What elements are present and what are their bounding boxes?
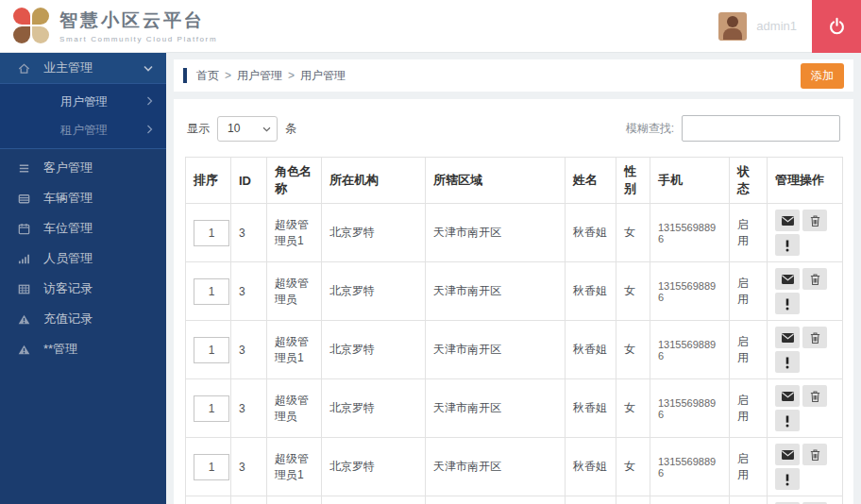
sidebar-item-label: 业主管理 bbox=[43, 59, 144, 76]
cell-role: 超级管理员1 bbox=[267, 204, 322, 262]
delete-button[interactable] bbox=[802, 444, 827, 465]
table-row: 3超级管理员北京罗特天津市南开区秋香姐女13155698896启用 bbox=[186, 262, 843, 321]
column-header: 所在机构 bbox=[322, 158, 426, 204]
calendar-icon bbox=[17, 221, 32, 236]
mail-icon bbox=[781, 274, 795, 285]
cell-region: 天津市南开区 bbox=[426, 438, 566, 496]
cell-name: 秋香姐 bbox=[566, 204, 616, 262]
delete-button[interactable] bbox=[802, 210, 827, 231]
cell-role: 超级管理员 bbox=[267, 496, 322, 504]
delete-button[interactable] bbox=[802, 385, 827, 407]
trash-icon bbox=[809, 390, 821, 403]
cell-phone: 13155698896 bbox=[650, 379, 730, 438]
sidebar-item[interactable]: 车位管理 bbox=[0, 213, 166, 244]
cell-order bbox=[186, 204, 231, 262]
power-icon bbox=[828, 17, 846, 35]
table-body: 3超级管理员1北京罗特天津市南开区秋香姐女13155698896启用3超级管理员… bbox=[186, 204, 843, 504]
cell-status: 启用 bbox=[730, 379, 768, 438]
alert-button[interactable] bbox=[775, 234, 800, 256]
sidebar-subitem[interactable]: 租户管理 bbox=[0, 116, 166, 144]
cell-phone: 13155698896 bbox=[650, 496, 730, 504]
logout-button[interactable] bbox=[812, 0, 861, 53]
delete-button[interactable] bbox=[802, 268, 827, 290]
user-avatar[interactable] bbox=[718, 12, 747, 41]
sidebar-subitem[interactable]: 用户管理 bbox=[0, 88, 166, 116]
list-icon bbox=[17, 160, 32, 176]
sidebar-item[interactable]: **管理 bbox=[0, 334, 166, 364]
trash-icon bbox=[809, 331, 821, 344]
order-input[interactable] bbox=[194, 454, 229, 480]
cell-status: 启用 bbox=[730, 496, 768, 504]
sidebar-item[interactable]: 业主管理 bbox=[0, 53, 166, 83]
breadcrumb-item[interactable]: 用户管理 bbox=[300, 68, 346, 84]
exclaim-icon bbox=[785, 473, 790, 486]
sidebar-item-label: 人员管理 bbox=[43, 250, 153, 267]
column-header: 角色名称 bbox=[267, 158, 322, 204]
sidebar-item-label: 充值记录 bbox=[43, 311, 153, 328]
alert-button[interactable] bbox=[775, 293, 800, 314]
delete-button[interactable] bbox=[802, 327, 827, 348]
breadcrumb-accent bbox=[183, 68, 187, 83]
message-button[interactable] bbox=[775, 327, 800, 348]
sidebar-item[interactable]: 充值记录 bbox=[0, 304, 166, 334]
cell-status: 启用 bbox=[730, 204, 768, 262]
cell-name: 秋香姐 bbox=[566, 321, 616, 379]
cell-region: 天津市南开区 bbox=[426, 379, 566, 438]
sidebar-item[interactable]: 车辆管理 bbox=[0, 183, 166, 213]
sidebar-item[interactable]: 客户管理 bbox=[0, 153, 166, 183]
username-label: admin1 bbox=[756, 19, 797, 33]
column-header: 性别 bbox=[616, 158, 650, 204]
sidebar-item[interactable]: 人员管理 bbox=[0, 244, 166, 274]
column-header: ID bbox=[231, 158, 267, 204]
main-content: 首页>用户管理>用户管理 添加 显示 10 条 模糊查找: bbox=[166, 53, 861, 504]
trash-icon bbox=[809, 214, 821, 227]
cell-region: 天津市南开区 bbox=[426, 262, 566, 321]
table-row: 3超级管理员北京罗特天津市南开区秋香姐女13155698896启用 bbox=[186, 496, 843, 504]
sidebar-submenu: 用户管理租户管理 bbox=[0, 83, 166, 149]
trash-icon bbox=[809, 448, 821, 462]
alert-button[interactable] bbox=[775, 410, 800, 431]
table-row: 3超级管理员1北京罗特天津市南开区秋香姐女13155698896启用 bbox=[186, 438, 843, 496]
breadcrumb-item[interactable]: 用户管理 bbox=[237, 68, 282, 84]
breadcrumb-separator: > bbox=[225, 69, 231, 82]
order-input[interactable] bbox=[194, 278, 229, 305]
column-header: 手机 bbox=[650, 158, 730, 204]
cell-role: 超级管理员 bbox=[267, 262, 322, 321]
sidebar-item[interactable]: 访客记录 bbox=[0, 274, 166, 304]
cell-role: 超级管理员1 bbox=[267, 321, 322, 379]
sidebar-subitem-label: 租户管理 bbox=[60, 123, 146, 139]
page-size-select[interactable]: 10 bbox=[217, 116, 278, 142]
order-input[interactable] bbox=[194, 337, 229, 363]
sidebar-item-label: 客户管理 bbox=[43, 160, 153, 176]
message-button[interactable] bbox=[775, 210, 800, 231]
message-button[interactable] bbox=[775, 444, 800, 465]
cell-org: 北京罗特 bbox=[322, 438, 426, 496]
exclaim-icon bbox=[785, 356, 790, 369]
cell-org: 北京罗特 bbox=[322, 379, 426, 438]
search-input[interactable] bbox=[682, 115, 840, 142]
cell-actions bbox=[768, 262, 843, 321]
chevron-right-icon bbox=[146, 124, 153, 137]
message-button[interactable] bbox=[775, 385, 800, 407]
table-row: 3超级管理员1北京罗特天津市南开区秋香姐女13155698896启用 bbox=[186, 204, 843, 262]
mail-icon bbox=[781, 215, 795, 227]
alert-button[interactable] bbox=[775, 351, 800, 373]
cell-org: 北京罗特 bbox=[322, 204, 426, 262]
add-button[interactable]: 添加 bbox=[801, 63, 844, 89]
table-icon bbox=[17, 281, 32, 296]
cell-actions bbox=[768, 379, 843, 438]
sidebar-item-label: **管理 bbox=[43, 341, 153, 358]
order-input[interactable] bbox=[194, 220, 229, 246]
app-header: 智慧小区云平台 Smart Community Cloud Platform a… bbox=[0, 0, 861, 53]
cell-order bbox=[186, 438, 231, 496]
cell-actions bbox=[768, 321, 843, 379]
cell-order bbox=[186, 496, 231, 504]
cell-id: 3 bbox=[231, 204, 267, 262]
alert-button[interactable] bbox=[775, 468, 800, 490]
order-input[interactable] bbox=[194, 395, 229, 422]
exclaim-icon bbox=[785, 239, 790, 252]
users-table: 排序ID角色名称所在机构所辖区域姓名性别手机状态管理操作 3超级管理员1北京罗特… bbox=[185, 157, 843, 504]
breadcrumb-item[interactable]: 首页 bbox=[196, 68, 219, 84]
app-logo-icon bbox=[13, 8, 51, 45]
message-button[interactable] bbox=[775, 268, 800, 290]
